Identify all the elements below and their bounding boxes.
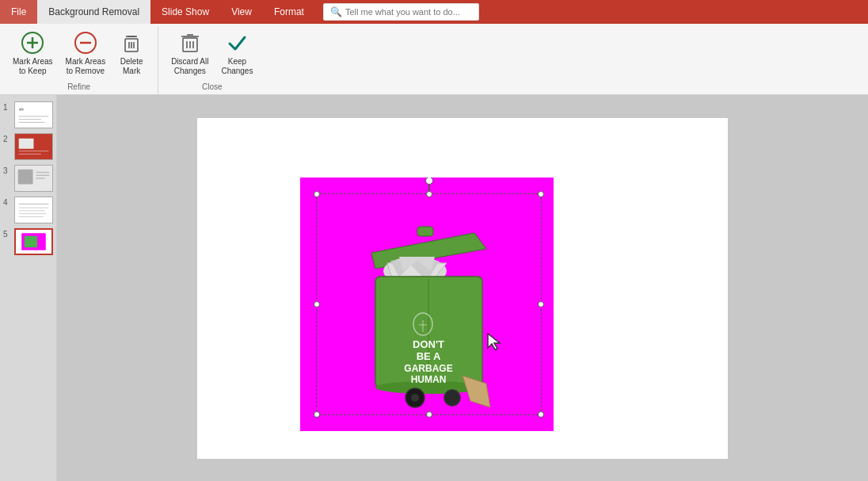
delete-mark-icon <box>119 30 144 55</box>
image-magenta-background: DON'T BE A GARBAGE HUMAN <box>300 178 554 431</box>
mark-remove-label: Mark Areas to Remove <box>66 57 106 76</box>
svg-rect-42 <box>417 227 433 236</box>
slide-number-2: 2 <box>3 135 11 143</box>
slide-image-2 <box>14 133 53 160</box>
discard-label: Discard All Changes <box>171 57 208 76</box>
slide-image-1: ✏ <box>14 101 53 128</box>
svg-text:HUMAN: HUMAN <box>411 374 447 385</box>
keep-icon <box>224 30 249 55</box>
discard-changes-button[interactable]: Discard All Changes <box>166 27 213 79</box>
mark-keep-icon <box>20 30 45 55</box>
svg-rect-62 <box>506 384 520 407</box>
slide-number-1: 1 <box>3 103 11 112</box>
main-layout: 1 ✏ 2 <box>0 95 868 481</box>
slide-number-3: 3 <box>3 166 11 175</box>
svg-text:BE A: BE A <box>417 350 441 362</box>
svg-point-59 <box>444 390 460 406</box>
selected-image-container[interactable]: DON'T BE A GARBAGE HUMAN <box>300 178 554 431</box>
ribbon-group-close: Discard All Changes Keep Changes Close <box>158 27 265 94</box>
close-group-label: Close <box>166 79 257 91</box>
slide-image-4 <box>14 197 53 223</box>
delete-mark-button[interactable]: Delete Mark <box>113 27 150 79</box>
slide-number-4: 4 <box>3 198 11 207</box>
svg-text:GARBAGE: GARBAGE <box>404 363 452 374</box>
slide-thumb-3[interactable]: 3 <box>3 165 53 192</box>
slide-thumb-1[interactable]: 1 ✏ <box>3 101 53 128</box>
discard-icon <box>177 30 203 55</box>
slide-thumb-2[interactable]: 2 <box>3 133 53 160</box>
keep-changes-button[interactable]: Keep Changes <box>216 27 257 79</box>
slide-thumb-4[interactable]: 4 <box>3 197 53 223</box>
mark-remove-icon <box>73 30 98 55</box>
svg-rect-31 <box>15 198 52 222</box>
slide-image-5 <box>14 228 53 255</box>
mark-areas-remove-button[interactable]: Mark Areas to Remove <box>61 27 111 79</box>
slide-number-5: 5 <box>3 230 11 239</box>
tab-view[interactable]: View <box>220 0 263 24</box>
ribbon-group-refine: Mark Areas to Keep Mark Areas to Remove <box>0 27 158 94</box>
slide-thumb-5[interactable]: 5 <box>3 228 53 255</box>
close-buttons: Discard All Changes Keep Changes <box>166 27 257 79</box>
svg-text:✏: ✏ <box>19 106 25 113</box>
search-input[interactable] <box>345 7 472 17</box>
tab-slideshow[interactable]: Slide Show <box>150 0 220 24</box>
delete-mark-label: Delete Mark <box>120 57 143 76</box>
ribbon-bar: Mark Areas to Keep Mark Areas to Remove <box>0 24 868 95</box>
svg-text:DON'T: DON'T <box>413 338 444 350</box>
keep-label: Keep Changes <box>221 57 253 76</box>
tab-file[interactable]: File <box>0 0 37 24</box>
mark-areas-keep-button[interactable]: Mark Areas to Keep <box>8 27 58 79</box>
tab-format[interactable]: Format <box>263 0 315 24</box>
ribbon-tabs: File Background Removal Slide Show View … <box>0 0 868 24</box>
slide-image-3 <box>14 165 53 192</box>
search-icon: 🔍 <box>330 6 342 17</box>
svg-rect-39 <box>25 236 37 247</box>
refine-group-label: Refine <box>8 79 150 91</box>
mark-keep-label: Mark Areas to Keep <box>13 57 53 76</box>
tab-background-removal[interactable]: Background Removal <box>37 0 150 24</box>
slide-canvas: DON'T BE A GARBAGE HUMAN <box>197 118 728 459</box>
svg-point-58 <box>411 394 419 402</box>
slide-panel: 1 ✏ 2 <box>0 95 57 481</box>
svg-rect-27 <box>18 170 33 185</box>
svg-rect-23 <box>19 139 34 149</box>
ribbon-search-bar[interactable]: 🔍 <box>323 3 479 21</box>
canvas-area: DON'T BE A GARBAGE HUMAN <box>57 95 868 481</box>
refine-buttons: Mark Areas to Keep Mark Areas to Remove <box>8 27 150 79</box>
